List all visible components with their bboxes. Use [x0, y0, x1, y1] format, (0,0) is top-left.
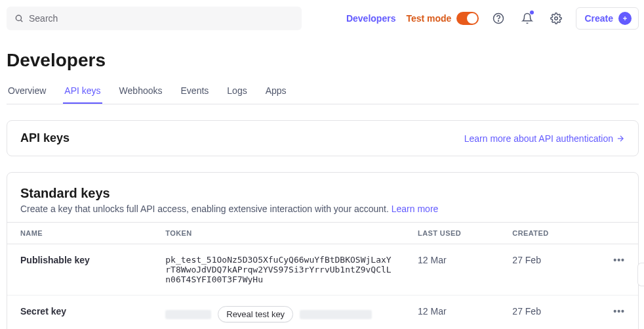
standard-keys-card: Standard keys Create a key that unlocks … [7, 172, 639, 329]
create-button-label: Create [584, 13, 613, 24]
tab-logs[interactable]: Logs [226, 79, 248, 104]
test-mode-toggle-group: Test mode [406, 12, 479, 25]
key-name: Publishable key [7, 244, 152, 296]
learn-auth-link-text: Learn more about API authentication [464, 133, 613, 144]
side-handle[interactable] [637, 263, 644, 286]
table-row: Secret key Reveal test key 12 Mar 27 Feb… [7, 296, 638, 330]
help-icon[interactable] [489, 9, 508, 28]
key-last-used: 12 Mar [405, 296, 499, 330]
settings-icon[interactable] [547, 9, 565, 28]
test-mode-label: Test mode [406, 13, 451, 24]
standard-keys-learn-more[interactable]: Learn more [392, 204, 439, 214]
col-name: NAME [7, 223, 152, 244]
tab-api-keys[interactable]: API keys [63, 79, 102, 104]
col-token: TOKEN [152, 223, 405, 244]
notifications-icon[interactable] [518, 9, 536, 28]
key-name: Secret key [7, 296, 152, 330]
tab-webhooks[interactable]: Webhooks [118, 79, 164, 104]
key-created: 27 Feb [499, 296, 594, 330]
search-input[interactable]: Search [7, 7, 302, 30]
standard-keys-subtitle: Create a key that unlocks full API acces… [20, 204, 625, 214]
test-mode-toggle[interactable] [456, 12, 479, 25]
table-row: Publishable key pk_test_51OoNz5D3O5XfuCy… [7, 244, 638, 296]
learn-auth-link[interactable]: Learn more about API authentication [464, 133, 625, 144]
row-actions-icon[interactable]: ••• [594, 244, 638, 296]
arrow-right-icon [616, 134, 625, 143]
svg-point-3 [498, 20, 499, 21]
col-created: CREATED [499, 223, 594, 244]
tab-overview[interactable]: Overview [7, 79, 47, 104]
col-last-used: LAST USED [405, 223, 499, 244]
search-placeholder: Search [29, 13, 58, 24]
api-keys-card: API keys Learn more about API authentica… [7, 120, 639, 156]
page-title: Developers [7, 50, 639, 71]
key-token: Reveal test key [152, 296, 405, 330]
standard-keys-title: Standard keys [20, 186, 625, 201]
key-token[interactable]: pk_test_51OoNz5D3O5XfuCyQ66wuYfBtDBKOSWj… [152, 244, 405, 296]
developers-link[interactable]: Developers [346, 13, 395, 24]
tab-apps[interactable]: Apps [264, 79, 288, 104]
plus-icon [618, 12, 632, 25]
key-created: 27 Feb [499, 244, 594, 296]
svg-point-4 [555, 17, 558, 20]
reveal-key-button[interactable]: Reveal test key [218, 306, 293, 322]
search-icon [14, 14, 24, 23]
key-last-used: 12 Mar [405, 244, 499, 296]
row-actions-icon[interactable]: ••• [594, 296, 638, 330]
api-keys-title: API keys [20, 131, 70, 145]
notification-dot [530, 11, 534, 14]
tab-events[interactable]: Events [180, 79, 211, 104]
masked-segment [165, 310, 211, 319]
create-button[interactable]: Create [576, 7, 639, 30]
masked-segment [300, 310, 372, 319]
svg-point-0 [16, 15, 21, 20]
tabs: Overview API keys Webhooks Events Logs A… [7, 79, 639, 104]
svg-line-1 [21, 20, 23, 22]
keys-table: NAME TOKEN LAST USED CREATED Publishable… [7, 222, 638, 329]
